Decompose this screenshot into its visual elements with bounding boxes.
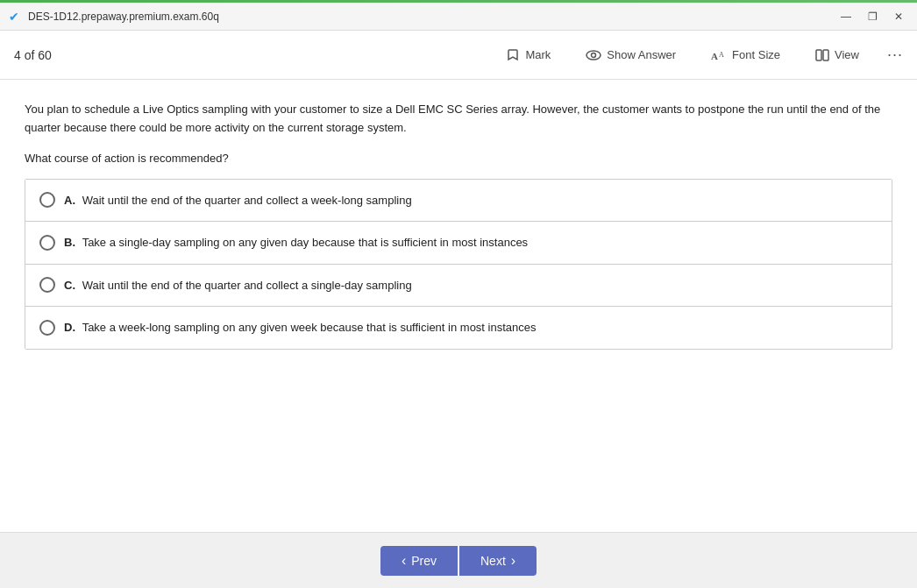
prev-button[interactable]: ‹ Prev xyxy=(380,546,458,576)
radio-1 xyxy=(39,235,55,251)
option-row-b[interactable]: B. Take a single-day sampling on any giv… xyxy=(25,222,892,265)
toolbar: 4 of 60 Mark Show Answer A A Font Size xyxy=(0,31,917,80)
radio-2 xyxy=(39,277,55,293)
bookmark-icon xyxy=(506,48,520,62)
eye-icon xyxy=(586,48,601,62)
prev-arrow-icon: ‹ xyxy=(402,553,406,569)
next-button[interactable]: Next › xyxy=(459,546,537,576)
question-counter: 4 of 60 xyxy=(14,48,52,62)
font-size-button[interactable]: A A Font Size xyxy=(704,45,787,66)
option-label-3: D. Take a week-long sampling on any give… xyxy=(64,319,537,337)
app-icon: ✔ xyxy=(7,10,21,24)
options-container: A. Wait until the end of the quarter and… xyxy=(25,179,892,350)
svg-rect-4 xyxy=(816,50,821,60)
svg-rect-5 xyxy=(823,50,828,60)
option-row-a[interactable]: A. Wait until the end of the quarter and… xyxy=(25,180,892,223)
svg-text:A: A xyxy=(719,51,724,59)
option-letter-1: B. xyxy=(64,236,79,249)
minimize-button[interactable]: — xyxy=(835,8,857,25)
show-answer-button[interactable]: Show Answer xyxy=(579,45,683,66)
option-label-0: A. Wait until the end of the quarter and… xyxy=(64,192,412,209)
option-row-c[interactable]: C. Wait until the end of the quarter and… xyxy=(25,265,892,308)
radio-0 xyxy=(39,192,55,208)
next-arrow-icon: › xyxy=(511,553,515,569)
radio-3 xyxy=(39,320,55,336)
option-letter-3: D. xyxy=(64,321,79,334)
svg-point-1 xyxy=(592,53,596,57)
bottom-navigation: ‹ Prev Next › xyxy=(0,532,917,588)
option-row-d[interactable]: D. Take a week-long sampling on any give… xyxy=(25,307,892,349)
window-title: DES-1D12.prepaway.premium.exam.60q xyxy=(28,11,219,23)
maximize-button[interactable]: ❐ xyxy=(861,8,884,25)
close-button[interactable]: ✕ xyxy=(887,8,910,25)
more-options-button[interactable]: ··· xyxy=(887,46,903,64)
title-bar: ✔ DES-1D12.prepaway.premium.exam.60q — ❐… xyxy=(0,3,917,31)
font-size-icon: A A xyxy=(711,48,727,62)
svg-text:A: A xyxy=(711,51,718,61)
question-body: You plan to schedule a Live Optics sampl… xyxy=(25,101,892,138)
option-label-1: B. Take a single-day sampling on any giv… xyxy=(64,234,528,251)
toolbar-actions: Mark Show Answer A A Font Size View ··· xyxy=(499,45,903,66)
window-controls: — ❐ ✕ xyxy=(835,8,910,25)
view-button[interactable]: View xyxy=(808,45,866,66)
view-icon xyxy=(815,48,829,62)
main-content: You plan to schedule a Live Optics sampl… xyxy=(0,80,917,532)
svg-point-0 xyxy=(586,51,601,60)
mark-button[interactable]: Mark xyxy=(499,45,558,66)
question-prompt: What course of action is recommended? xyxy=(25,152,892,165)
option-letter-0: A. xyxy=(64,194,79,207)
option-letter-2: C. xyxy=(64,279,79,292)
option-label-2: C. Wait until the end of the quarter and… xyxy=(64,277,412,294)
